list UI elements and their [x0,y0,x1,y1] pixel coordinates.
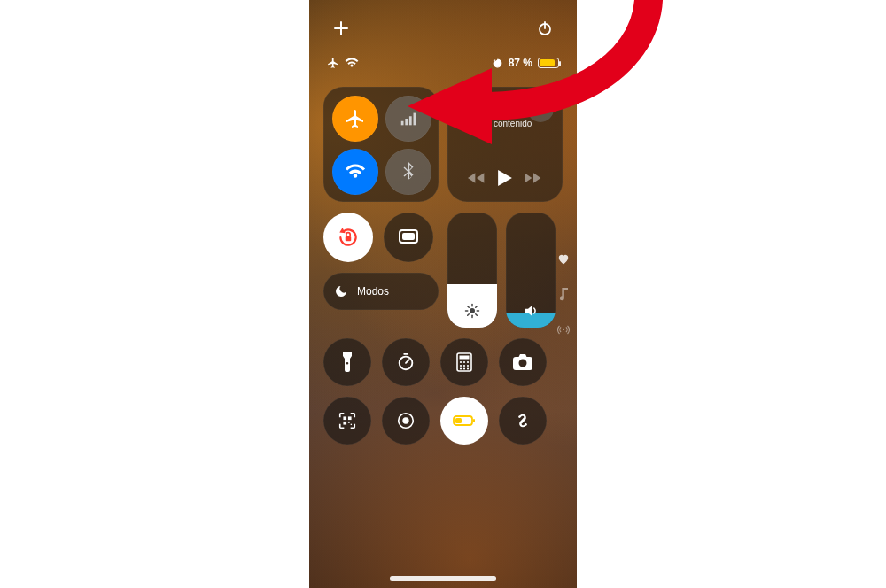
bluetooth-toggle[interactable] [385,149,431,195]
add-control-button[interactable] [330,18,352,39]
svg-line-17 [468,306,470,308]
svg-line-22 [406,360,409,363]
control-center-page-indicators[interactable] [557,252,570,340]
svg-point-32 [460,368,462,369]
control-center: Sin contenido [323,87,563,445]
sun-icon [464,303,480,319]
media-status-text: Sin contenido [458,119,552,128]
connectivity-panel[interactable] [323,87,439,202]
airplay-icon [533,102,548,116]
shazam-button[interactable] [499,397,547,445]
antenna-icon [557,324,570,337]
screen-record-button[interactable] [382,397,430,445]
svg-rect-4 [409,116,412,125]
svg-rect-9 [346,236,352,241]
svg-rect-44 [473,419,475,422]
media-panel[interactable]: Sin contenido [447,87,563,202]
calculator-button[interactable] [440,338,488,386]
svg-point-27 [463,361,465,363]
orientation-lock-toggle[interactable] [323,213,373,262]
svg-point-31 [467,365,469,367]
forward-icon[interactable] [525,172,542,184]
svg-rect-11 [402,233,415,240]
flashlight-button[interactable] [323,338,371,386]
svg-rect-37 [343,422,346,425]
focus-label: Modos [357,285,389,298]
brightness-slider[interactable] [447,213,497,328]
svg-rect-35 [343,416,346,420]
media-controls [458,170,552,186]
phone-frame: 87 % [309,0,577,588]
svg-point-30 [463,365,465,367]
timer-icon [396,352,416,372]
svg-point-33 [463,368,465,369]
svg-rect-43 [455,418,462,423]
svg-point-41 [402,417,408,423]
battery-low-power-icon [453,414,476,427]
battery-fill [540,59,555,66]
screen-mirror-icon [398,228,419,246]
page-dot-music[interactable] [558,288,569,305]
heart-icon [557,253,570,265]
wifi-icon [345,163,366,181]
airplane-mode-toggle[interactable] [332,96,378,142]
qr-scanner-button[interactable] [323,397,371,445]
svg-line-19 [468,314,470,316]
cellular-icon [399,109,418,128]
svg-point-8 [540,108,541,110]
top-bar [309,18,577,39]
svg-rect-36 [348,416,352,420]
calculator-icon [456,352,472,372]
page-dot-favorites[interactable] [557,252,570,268]
svg-rect-3 [405,119,408,125]
airplane-status-icon [327,57,339,69]
svg-line-18 [476,314,478,316]
shazam-icon [512,410,533,431]
moon-icon [334,284,348,298]
record-icon [396,411,416,430]
page-dot-connectivity[interactable] [557,324,570,340]
volume-slider[interactable] [506,213,556,328]
svg-rect-38 [348,422,350,423]
svg-rect-5 [414,113,416,126]
focus-mode-button[interactable]: Modos [323,273,439,310]
status-bar: 87 % [309,57,577,69]
svg-rect-2 [401,121,404,126]
airplane-icon [345,108,366,129]
rewind-icon[interactable] [468,172,486,184]
play-icon[interactable] [498,170,512,186]
battery-percent-text: 87 % [509,57,532,69]
bluetooth-icon [402,162,415,182]
svg-point-29 [460,365,462,367]
qr-icon [338,411,357,430]
rotation-status-icon [492,58,503,69]
plus-icon [333,20,349,36]
wifi-toggle[interactable] [332,149,378,195]
home-indicator[interactable] [390,576,496,581]
flashlight-icon [341,352,354,373]
screen-mirroring-button[interactable] [384,213,433,262]
rotation-lock-icon [337,226,360,249]
svg-point-26 [460,361,462,363]
battery-indicator [538,58,559,68]
svg-line-20 [476,306,478,308]
svg-rect-25 [460,356,470,360]
power-button[interactable] [534,18,556,39]
power-icon [537,20,553,36]
wifi-status-icon [345,58,359,68]
camera-icon [512,353,533,371]
low-power-mode-toggle[interactable] [440,397,488,445]
svg-point-12 [470,308,475,313]
svg-rect-39 [351,424,352,425]
camera-button[interactable] [499,338,547,386]
cellular-data-toggle[interactable] [385,96,431,142]
svg-point-34 [467,368,469,369]
timer-button[interactable] [382,338,430,386]
music-note-icon [558,288,569,301]
speaker-icon [523,303,539,319]
svg-point-28 [467,361,469,363]
